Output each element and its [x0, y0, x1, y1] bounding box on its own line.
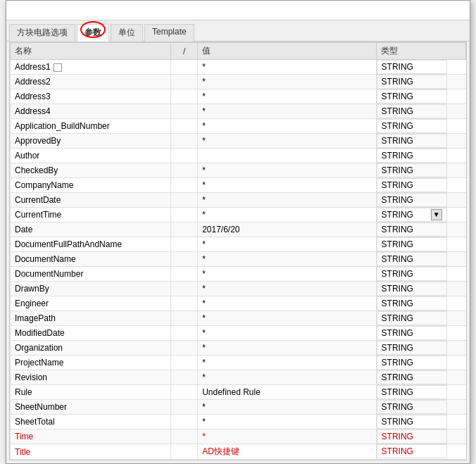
row-value-cell[interactable]: *: [198, 400, 376, 415]
row-name-cell: ModifiedDate: [11, 326, 171, 341]
row-value-cell[interactable]: *: [198, 75, 376, 89]
tab-template[interactable]: Template: [144, 24, 194, 42]
table-row[interactable]: Date2017/6/20STRING: [11, 222, 466, 237]
type-label: STRING: [382, 180, 413, 190]
table-row[interactable]: Address4*STRING: [11, 104, 466, 119]
row-value-cell[interactable]: *: [198, 163, 376, 178]
table-row[interactable]: SheetNumber*STRING: [11, 400, 466, 415]
row-slash-cell: [171, 134, 198, 149]
type-label: STRING: [382, 358, 413, 368]
params-table: 名称 / 值 类型 Address1*STRINGAddress2*STRING…: [10, 42, 466, 460]
row-type-cell: STRING: [377, 134, 447, 148]
tab-block-circuit[interactable]: 方块电路选项: [9, 24, 75, 42]
row-value-cell[interactable]: *: [198, 89, 376, 104]
title-bar: [6, 1, 470, 20]
table-row[interactable]: DocumentNumber*STRING: [11, 267, 466, 282]
table-row[interactable]: DrawnBy*STRING: [11, 282, 466, 296]
table-row[interactable]: RuleUndefined RuleSTRING: [11, 385, 466, 400]
row-name-cell: Engineer: [11, 296, 171, 311]
row-type-cell: STRING: [377, 385, 447, 399]
type-label: STRING: [382, 432, 413, 441]
row-slash-cell: [171, 326, 198, 341]
type-label: STRING: [382, 313, 413, 323]
row-value-cell[interactable]: *: [198, 60, 376, 75]
table-row[interactable]: Address1*STRING: [11, 60, 466, 75]
table-row[interactable]: ApprovedBy*STRING: [11, 134, 466, 149]
row-value-cell[interactable]: 2017/6/20: [198, 222, 376, 237]
row-value-cell[interactable]: *: [198, 119, 376, 134]
row-value-cell[interactable]: *: [198, 429, 376, 444]
col-header-type: 类型: [376, 43, 465, 60]
table-row[interactable]: DocumentName*STRING: [11, 252, 466, 267]
table-row[interactable]: Address2*STRING: [11, 75, 466, 89]
table-row[interactable]: CompanyName*STRING: [11, 178, 466, 193]
row-value-cell[interactable]: *: [198, 341, 376, 356]
row-name-cell: CompanyName: [11, 178, 171, 193]
table-row[interactable]: ProjectName*STRING: [11, 356, 466, 370]
type-label: STRING: [382, 254, 413, 264]
table-row[interactable]: TitleAD快捷键STRING: [11, 444, 466, 460]
col-header-name: 名称: [11, 43, 171, 60]
tab-params[interactable]: 参数: [77, 24, 109, 42]
row-value-cell[interactable]: [198, 149, 376, 163]
col-header-value: 值: [198, 43, 376, 60]
table-row[interactable]: CurrentDate*STRING: [11, 193, 466, 208]
row-type-cell: STRING: [377, 429, 447, 444]
row-type-cell: STRING: [377, 282, 447, 296]
row-slash-cell: [171, 341, 198, 356]
type-label: STRING: [382, 62, 413, 72]
type-label: STRING: [382, 343, 413, 353]
table-row[interactable]: SheetTotal*STRING: [11, 415, 466, 429]
table-row[interactable]: Engineer*STRING: [11, 296, 466, 311]
close-button[interactable]: [453, 5, 464, 16]
type-label: STRING: [382, 77, 413, 87]
checkbox[interactable]: [54, 63, 62, 72]
row-slash-cell: [171, 252, 198, 267]
row-value-cell[interactable]: *: [198, 296, 376, 311]
row-type-cell: STRING: [377, 60, 447, 74]
row-value-cell[interactable]: *: [198, 311, 376, 326]
dropdown-arrow-icon[interactable]: ▼: [431, 209, 442, 220]
row-value-cell[interactable]: *: [198, 415, 376, 429]
row-value-cell[interactable]: *: [198, 356, 376, 370]
row-name-cell: SheetTotal: [11, 415, 171, 429]
table-row[interactable]: CheckedBy*STRING: [11, 163, 466, 178]
table-row[interactable]: AuthorSTRING: [11, 149, 466, 163]
annotation-circle: [80, 21, 106, 38]
row-name-cell: Revision: [11, 370, 171, 385]
row-slash-cell: [171, 385, 198, 400]
row-value-cell[interactable]: Undefined Rule: [198, 385, 376, 400]
table-row[interactable]: Application_BuildNumber*STRING: [11, 119, 466, 134]
row-value-cell[interactable]: *: [198, 134, 376, 149]
row-value-cell[interactable]: *: [198, 104, 376, 119]
type-label: STRING: [382, 269, 413, 279]
row-value-cell[interactable]: *: [198, 193, 376, 208]
table-row[interactable]: Organization*STRING: [11, 341, 466, 356]
tab-units[interactable]: 单位: [111, 24, 143, 42]
table-row[interactable]: Address3*STRING: [11, 89, 466, 104]
table-row[interactable]: CurrentTime*STRING▼: [11, 208, 466, 222]
row-value-cell[interactable]: *: [198, 208, 376, 222]
table-body: Address1*STRINGAddress2*STRINGAddress3*S…: [11, 60, 466, 460]
row-name-cell: Address2: [11, 75, 171, 89]
table-row[interactable]: Revision*STRING: [11, 370, 466, 385]
row-value-cell[interactable]: *: [198, 178, 376, 193]
table-row[interactable]: ModifiedDate*STRING: [11, 326, 466, 341]
row-value-cell[interactable]: *: [198, 252, 376, 267]
table-row[interactable]: DocumentFullPathAndName*STRING: [11, 237, 466, 252]
row-value-cell[interactable]: AD快捷键: [198, 444, 376, 460]
row-slash-cell: [171, 282, 198, 296]
row-value-cell[interactable]: *: [198, 326, 376, 341]
row-value-cell[interactable]: *: [198, 267, 376, 282]
table-row[interactable]: Time*STRING: [11, 429, 466, 444]
table-row[interactable]: ImagePath*STRING: [11, 311, 466, 326]
params-table-container[interactable]: 名称 / 值 类型 Address1*STRINGAddress2*STRING…: [10, 42, 466, 460]
row-value-cell[interactable]: *: [198, 282, 376, 296]
row-name-cell: ProjectName: [11, 356, 171, 370]
type-label: STRING: [382, 417, 413, 427]
row-value-cell[interactable]: *: [198, 370, 376, 385]
row-value-cell[interactable]: *: [198, 237, 376, 252]
type-label: STRING: [382, 195, 413, 205]
row-type-cell: STRING: [377, 370, 447, 384]
type-label: STRING: [382, 372, 413, 382]
